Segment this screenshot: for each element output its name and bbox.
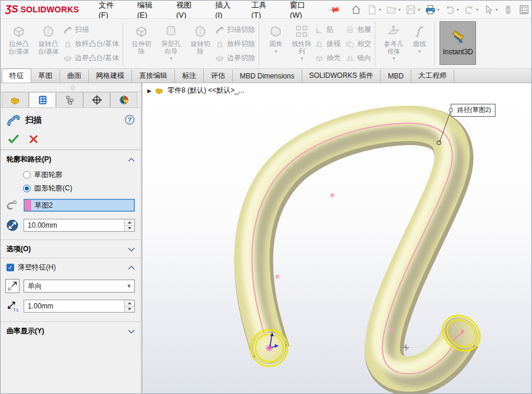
part-icon — [154, 86, 164, 96]
save-icon[interactable]: ▾ — [404, 3, 422, 17]
ribbon-separator — [434, 21, 435, 66]
display-manager-icon — [118, 94, 130, 106]
model-canvas[interactable] — [143, 83, 531, 393]
intersect-icon — [345, 40, 355, 49]
open-icon[interactable]: ▾ — [384, 3, 402, 17]
tab-display-manager[interactable] — [110, 92, 137, 107]
feature-title: 扫描 — [25, 115, 42, 126]
intersect-button[interactable]: 相交 — [345, 38, 371, 50]
sweep-button[interactable]: 扫描 — [63, 24, 119, 36]
options-icon[interactable] — [517, 3, 531, 17]
radio-sketch-profile[interactable]: 草图轮廓 — [1, 168, 141, 182]
tab-surfaces[interactable]: 曲面 — [60, 70, 89, 83]
tab-annotation[interactable]: 标注 — [175, 70, 204, 83]
dropdown-arrow-icon[interactable]: ▼ — [408, 49, 431, 54]
new-document-icon[interactable]: ▾ — [365, 3, 383, 17]
section-curvature-display[interactable]: 曲率显示(Y) — [1, 321, 141, 340]
ok-button[interactable] — [8, 134, 19, 144]
help-icon[interactable]: ? — [124, 114, 135, 127]
boundary-boss-button[interactable]: 边界凸台/基体 — [63, 52, 119, 64]
reference-geometry-button[interactable]: 参考几何体 ▼ — [379, 21, 408, 61]
instant3d-button[interactable]: Instant3D — [440, 21, 476, 65]
radio-icon[interactable] — [23, 171, 31, 179]
toggle-icon[interactable] — [501, 3, 516, 17]
tab-mesh-modeling[interactable]: 网格建模 — [89, 70, 132, 83]
undo-icon[interactable]: ▾ — [442, 3, 461, 17]
tab-sketch[interactable]: 草图 — [31, 70, 60, 83]
thin-feature-checkbox[interactable]: ✓ — [6, 264, 14, 271]
confirm-row — [1, 130, 141, 150]
fillet-button[interactable]: 圆角 ▼ — [263, 21, 289, 54]
path-callout[interactable]: 路径(草图2) — [451, 104, 495, 117]
linear-pattern-button[interactable]: 线性阵列 ▼ — [289, 21, 315, 61]
tab-direct-editing[interactable]: 直接编辑 — [132, 70, 175, 83]
dropdown-arrow-icon[interactable]: ▼ — [289, 56, 315, 61]
boundary-cut-button[interactable]: 边界切除 — [215, 52, 255, 64]
section-profile-and-path[interactable]: 轮廓和路径(P) — [1, 150, 141, 168]
home-icon[interactable] — [349, 3, 364, 17]
section-thin-feature[interactable]: ✓ 薄壁特征(H) — [1, 258, 141, 276]
panel-splitter[interactable] — [1, 83, 141, 92]
dropdown-arrow-icon[interactable]: ▼ — [156, 56, 186, 61]
revolve-cut-button[interactable]: 旋转切除 — [186, 21, 215, 55]
dropdown-arrow-icon[interactable]: ▼ — [379, 56, 408, 61]
mirror-button[interactable]: 镜向 — [345, 52, 371, 64]
rib-button[interactable]: 筋 — [315, 24, 341, 36]
callout-handle-icon[interactable] — [449, 108, 453, 112]
curves-button[interactable]: 曲线 ▼ — [408, 21, 431, 54]
tab-mbd-dimensions[interactable]: MBD Dimensions — [233, 70, 302, 83]
sweep-cut-button[interactable]: 扫描切除 — [215, 24, 255, 36]
path-selection-icon — [5, 198, 19, 212]
radio-circular-profile[interactable]: 圆形轮廓(C) — [1, 182, 141, 195]
draft-button[interactable]: 拔模 — [315, 38, 341, 50]
section-options[interactable]: 选项(O) — [1, 239, 141, 258]
shell-button[interactable]: 抽壳 — [315, 52, 341, 64]
diameter-input[interactable]: 10.00mm — [24, 219, 135, 232]
tab-engineer[interactable]: 大工程师 — [411, 70, 454, 83]
tab-property-manager[interactable] — [29, 92, 56, 107]
loft-cut-button[interactable]: 放样切除 — [215, 38, 255, 50]
tab-features[interactable]: 特征 — [2, 68, 31, 83]
tab-configuration-manager[interactable] — [56, 92, 83, 107]
reverse-direction-button[interactable] — [5, 279, 19, 293]
thickness-spinner[interactable] — [124, 300, 134, 312]
graphics-viewport[interactable]: ▶ 零件8 (默认) <<默认>_... 路径(草图2) — [143, 83, 531, 393]
extrude-cut-button[interactable]: 拉伸切除 — [127, 21, 156, 55]
redo-icon[interactable]: ▾ — [462, 3, 480, 17]
tab-dimxpert-manager[interactable] — [83, 92, 110, 107]
revolve-boss-button[interactable]: 旋转凸台/基体 — [34, 21, 63, 55]
splitter-handle-icon[interactable] — [71, 86, 75, 90]
tab-mbd[interactable]: MBD — [381, 70, 411, 83]
print-icon[interactable]: ▾ — [423, 3, 441, 17]
sweep-icon — [63, 25, 72, 35]
tab-solidworks-addins[interactable]: SOLIDWORKS 插件 — [302, 70, 381, 83]
document-tree-item[interactable]: 零件8 (默认) <<默认>_... — [167, 86, 244, 96]
ribbon-label: 相交 — [357, 39, 371, 49]
wrap-button[interactable]: 包覆 — [345, 24, 371, 36]
dropdown-arrow-icon[interactable]: ▼ — [263, 49, 289, 54]
mirror-icon — [345, 54, 355, 63]
extrude-boss-icon — [11, 22, 27, 40]
radio-selected-icon[interactable] — [23, 185, 31, 192]
thickness-input[interactable]: 1.00mm — [24, 300, 135, 313]
boundary-cut-icon — [215, 54, 224, 63]
thin-type-dropdown[interactable]: 单向 ▼ — [24, 280, 135, 293]
tab-feature-manager[interactable] — [2, 92, 29, 107]
loft-icon — [63, 40, 72, 49]
tab-evaluate[interactable]: 评估 — [204, 70, 233, 83]
diameter-spinner[interactable] — [124, 219, 134, 231]
select-cursor-icon[interactable]: ▾ — [481, 3, 500, 17]
section-label: 薄壁特征(H) — [18, 262, 56, 272]
profile-end-left[interactable] — [251, 330, 288, 366]
ribbon-label: 边界凸台/基体 — [75, 53, 119, 63]
extrude-boss-button[interactable]: 拉伸凸台/基体 — [4, 21, 34, 55]
loft-boss-button[interactable]: 放样凸台/基体 — [63, 38, 119, 50]
path-selection-field[interactable]: 草图2 — [24, 199, 135, 212]
hole-wizard-button[interactable]: 异型孔向导 ▼ — [156, 21, 186, 61]
ribbon-label: 放样切除 — [227, 39, 255, 49]
expand-arrow-icon[interactable]: ▶ — [147, 88, 151, 94]
pin-menu-icon[interactable]: 📌 — [328, 3, 341, 16]
path-end-point — [461, 330, 464, 333]
configuration-icon — [64, 94, 75, 106]
cancel-button[interactable] — [29, 134, 38, 144]
